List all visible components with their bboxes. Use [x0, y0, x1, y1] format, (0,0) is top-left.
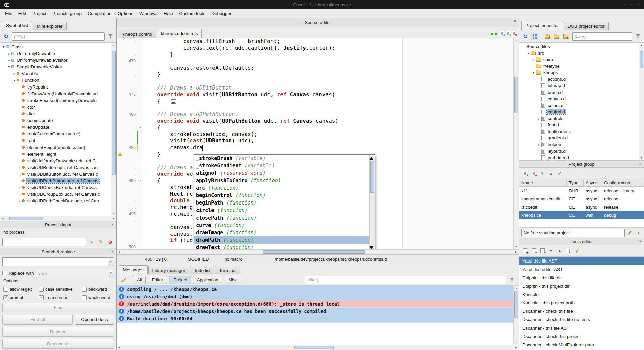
- symbol-tree-hscrollbar[interactable]: ◀ ▶: [0, 216, 116, 221]
- completion-scrollbar[interactable]: ▲ ▼: [369, 155, 375, 249]
- project-row[interactable]: kheops.ceCEwaitdebug: [519, 211, 644, 219]
- tree-item[interactable]: ▹Variable: [0, 70, 111, 77]
- code-line[interactable]: 485 canvas.dra: [117, 144, 513, 151]
- tree-expander-icon[interactable]: ▹: [17, 186, 22, 189]
- move-tool-up-icon[interactable]: ▲: [556, 247, 563, 254]
- edit-project-icon[interactable]: [626, 229, 633, 236]
- tree-item[interactable]: colors.d: [519, 102, 639, 109]
- checkbox-case-sensitive[interactable]: case sensitive: [39, 287, 82, 292]
- tree-expander-icon[interactable]: ▹: [531, 64, 536, 68]
- completion-item[interactable]: arc(function): [194, 184, 369, 192]
- tree-item[interactable]: fillDrawArea(UniformlyDrawable ud: [0, 90, 111, 97]
- scrollbar-thumb[interactable]: [9, 217, 43, 220]
- tool-item[interactable]: Dscanner - check this file: [519, 307, 644, 315]
- window-close-button[interactable]: ×: [638, 2, 640, 7]
- tree-expander-icon[interactable]: ▹: [12, 72, 17, 75]
- message-row[interactable]: i/home/basile/dev/projects/kheops/kheops…: [117, 308, 513, 315]
- tree-item[interactable]: canvas.d: [519, 96, 639, 102]
- tree-item[interactable]: elementHeight: [0, 151, 111, 157]
- checkbox-whole-word[interactable]: whole word: [82, 295, 116, 300]
- find-button[interactable]: Find: [2, 303, 114, 312]
- menu-compilation[interactable]: Compilation: [85, 10, 114, 17]
- scrollbar-thumb[interactable]: [370, 161, 374, 193]
- scrollbar-thumb[interactable]: [514, 291, 518, 318]
- symbol-tree-vscrollbar[interactable]: ▲ ▼: [111, 43, 116, 216]
- filter-icon[interactable]: [508, 276, 516, 284]
- tab-dub-project-editor[interactable]: DUB project editor: [564, 22, 609, 30]
- project-row[interactable]: imageformats.coeditCEasyncrelease: [519, 195, 644, 203]
- scroll-up-icon[interactable]: ▲: [514, 286, 519, 291]
- tree-expander-icon[interactable]: ▹: [17, 192, 22, 196]
- filter-project-button[interactable]: Project: [169, 276, 191, 284]
- add-tool-icon[interactable]: [521, 247, 529, 254]
- message-row[interactable]: icompiling / ... /kheops/kheops.ce: [117, 286, 513, 293]
- completion-item[interactable]: drawPath(function): [194, 236, 369, 244]
- column-header-type[interactable]: Type: [567, 179, 584, 186]
- process-input-field[interactable]: [2, 238, 86, 246]
- tree-item[interactable]: ctor: [0, 104, 111, 110]
- scroll-down-icon[interactable]: ▼: [111, 211, 116, 216]
- scroll-down-icon[interactable]: ▼: [514, 340, 519, 345]
- tree-item[interactable]: gradient.d: [519, 135, 639, 141]
- completion-item[interactable]: circle(function): [194, 207, 369, 214]
- move-tool-down-icon[interactable]: ▼: [547, 247, 555, 254]
- tree-expander-icon[interactable]: ▹: [17, 172, 22, 176]
- scroll-down-icon[interactable]: ▼: [639, 155, 644, 160]
- tab-mini-explorer[interactable]: Mini explorer: [33, 22, 66, 30]
- tree-item[interactable]: ▹visit(UDButton udc, ref Canvas can: [0, 164, 111, 171]
- tree-item[interactable]: ▹controls: [519, 115, 639, 122]
- tree-expander-icon[interactable]: ▾: [1, 45, 6, 49]
- filter-icon[interactable]: [634, 33, 642, 40]
- tree-expander-icon[interactable]: ▹: [17, 166, 22, 169]
- menu-projects-group[interactable]: Projects group: [49, 10, 85, 17]
- tool-item[interactable]: Dscanner - check MiniExplorer path: [519, 341, 644, 349]
- symbol-filter-input[interactable]: [12, 32, 105, 41]
- close-panel-icon[interactable]: ×: [514, 19, 516, 24]
- code-line[interactable]: . /// Draws a UDBitButton.: [117, 84, 513, 91]
- scroll-right-icon[interactable]: ▶: [514, 345, 519, 350]
- close-icon[interactable]: ×: [639, 239, 642, 244]
- refresh-icon[interactable]: ↻: [2, 33, 10, 40]
- completion-item[interactable]: drawImage(function): [194, 229, 369, 236]
- search-input[interactable]: [2, 257, 108, 266]
- checkbox-from-cursor[interactable]: ✓from cursor: [39, 295, 82, 300]
- move-down-icon[interactable]: ▼: [539, 170, 546, 177]
- tool-item[interactable]: Dscanner - this file AST: [519, 324, 644, 332]
- open-document-icon[interactable]: [506, 31, 510, 36]
- scroll-down-icon[interactable]: ▼: [514, 244, 519, 249]
- completion-item[interactable]: applyBrushToCairo(function): [194, 177, 369, 184]
- column-header-async[interactable]: Async: [584, 179, 602, 186]
- tab-symbol-list[interactable]: Symbol list: [2, 21, 32, 30]
- scroll-up-icon[interactable]: ▲: [370, 155, 375, 161]
- tree-item[interactable]: elementHeight(double value): [0, 144, 111, 151]
- maximize-button[interactable]: ▫: [631, 2, 632, 7]
- fold-collapse-icon[interactable]: −: [139, 179, 142, 182]
- opened-docs-button[interactable]: Opened docs: [75, 315, 114, 325]
- code-line[interactable]: .− {: [117, 124, 513, 131]
- tree-item[interactable]: Source files: [519, 43, 639, 50]
- checkbox-prompt[interactable]: ✓prompt: [3, 295, 39, 300]
- code-line[interactable]: . override void visit(UDPathButton udc, …: [117, 118, 513, 124]
- tab-project-inspector[interactable]: Project inspector: [521, 21, 563, 30]
- message-row[interactable]: iBuild duration: 00:00:04: [117, 315, 513, 323]
- completion-item[interactable]: beginControl(function): [194, 192, 369, 199]
- tree-item[interactable]: ▾kheops: [519, 69, 639, 76]
- tool-item[interactable]: Konsole: [519, 290, 644, 299]
- tree-expander-icon[interactable]: ▹: [7, 58, 11, 62]
- menu-edit[interactable]: Edit: [15, 10, 29, 17]
- tree-item[interactable]: ▹freetype: [519, 63, 639, 70]
- tree-expander-icon[interactable]: ▾: [526, 51, 531, 55]
- code-line[interactable]: .: [117, 78, 513, 84]
- new-document-icon[interactable]: [500, 31, 504, 36]
- tree-item[interactable]: root(CustomControl value): [0, 130, 111, 137]
- scroll-left-icon[interactable]: ◀: [117, 345, 122, 350]
- open-folder-icon[interactable]: ◂: [544, 33, 551, 40]
- close-icon[interactable]: ×: [111, 249, 114, 254]
- source-tree-vscrollbar[interactable]: ▲ ▼: [639, 43, 644, 160]
- scrollbar-thumb[interactable]: [514, 77, 518, 113]
- tree-expander-icon[interactable]: ▹: [531, 58, 536, 61]
- menu-windows[interactable]: Windows: [136, 10, 161, 17]
- tree-item[interactable]: dtor: [0, 110, 111, 117]
- tree-item[interactable]: bitmap.d: [519, 82, 639, 89]
- tool-item[interactable]: Yatol this editor AST: [519, 265, 644, 274]
